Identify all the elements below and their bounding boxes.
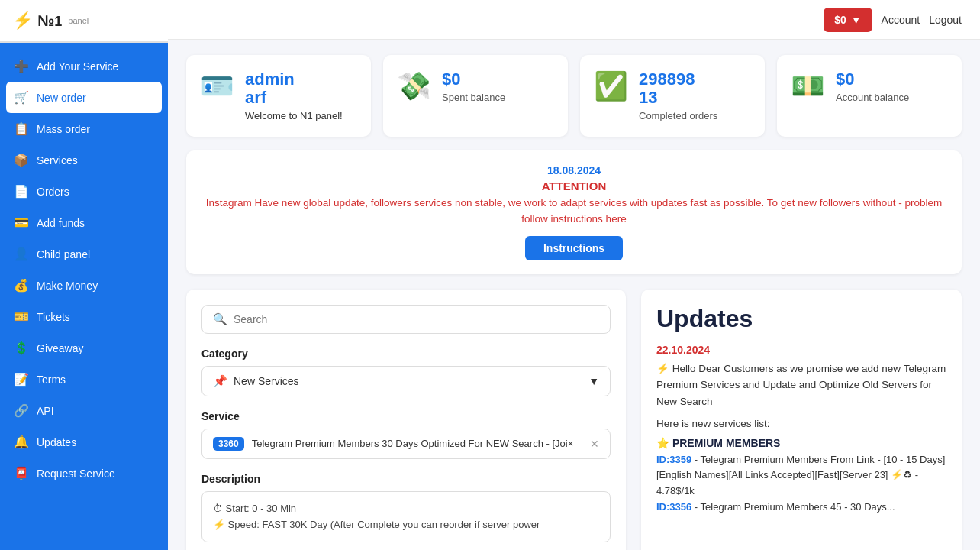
user-label: Welcome to N1 panel! [245,110,343,121]
main-content: $0 ▼ Account Logout 🪪 adminarf Welcome t… [168,0,980,550]
instructions-button[interactable]: Instructions [525,236,623,260]
category-value: New Services [234,375,299,387]
logout-link[interactable]: Logout [929,14,962,26]
spent-icon: 💸 [397,70,431,102]
order-form: 🔍 Category 📌 New Services ▼ Service 3360 [186,290,626,550]
balance-icon: 💵 [791,70,825,102]
description-group: Description ⏱ Start: 0 - 30 Min ⚡ Speed:… [201,473,611,543]
alert-title: ATTENTION [205,180,943,192]
sidebar-label-add-your-service: Add Your Service [37,60,118,73]
sidebar-item-mass-order[interactable]: 📋Mass order [0,113,168,144]
update-section: ⭐ PREMIUM MEMBERS [656,437,946,449]
sidebar-label-orders: Orders [37,186,69,198]
stat-user: 🪪 adminarf Welcome to N1 panel! [186,55,371,137]
child-panel-icon: 👤 [14,247,29,261]
user-value: adminarf [245,70,343,107]
stats-row: 🪪 adminarf Welcome to N1 panel! 💸 $0 Spe… [168,40,980,137]
sidebar-label-child-panel: Child panel [37,248,90,260]
sidebar-nav: ➕Add Your Service🛒New order📋Mass order📦S… [0,43,168,497]
make-money-icon: 💰 [14,278,29,293]
update-subtext: Here is new services list: [656,418,946,429]
sidebar-label-api: API [37,405,54,417]
spent-label: Spent balance [442,92,505,103]
search-box[interactable]: 🔍 [201,305,611,334]
logo: ⚡ №1 panel [0,0,168,43]
stat-orders: ✅ 29889813 Completed orders [580,55,765,137]
sidebar-item-new-order[interactable]: 🛒New order [6,82,162,113]
bolt-icon: ⚡ [12,11,33,31]
sidebar-item-api[interactable]: 🔗API [0,395,168,426]
add-your-service-icon: ➕ [14,59,29,73]
sidebar-label-new-order: New order [37,92,86,104]
tickets-icon: 🎫 [14,309,29,324]
service-group: Service 3360 Telegram Premium Members 30… [201,410,611,459]
sidebar: ⚡ №1 panel ➕Add Your Service🛒New order📋M… [0,0,168,550]
sidebar-item-tickets[interactable]: 🎫Tickets [0,301,168,332]
service-select[interactable]: 3360 Telegram Premium Members 30 Days Op… [201,429,611,459]
orders-label: Completed orders [639,110,717,121]
sidebar-label-tickets: Tickets [37,311,70,323]
pin-icon: 📌 [213,374,227,388]
services-icon: 📦 [14,153,29,167]
balance-value: $0 [834,14,846,26]
stat-balance: 💵 $0 Account balance [777,55,962,137]
orders-icon: 📄 [14,184,29,199]
topbar: $0 ▼ Account Logout [168,0,980,40]
sidebar-label-add-funds: Add funds [37,217,85,229]
balance-button[interactable]: $0 ▼ [824,8,872,32]
sidebar-item-add-your-service[interactable]: ➕Add Your Service [0,50,168,82]
desc-line1: ⏱ Start: 0 - 30 Min [213,501,599,517]
alert-date: 18.08.2024 [205,164,943,176]
logo-subtitle: panel [68,16,89,25]
service-close-icon[interactable]: ✕ [590,438,599,450]
update-item-1: ID:3356 - Telegram Premium Members 45 - … [656,500,946,516]
spent-value: $0 [442,70,505,89]
sidebar-item-updates[interactable]: 🔔Updates [0,426,168,458]
sidebar-item-giveaway[interactable]: 💲Giveaway [0,332,168,364]
api-icon: 🔗 [14,403,29,418]
service-text: Telegram Premium Members 30 Days Optimiz… [252,438,582,449]
category-select[interactable]: 📌 New Services ▼ [201,366,611,396]
alert-banner: 18.08.2024 ATTENTION Instagram Have new … [186,150,962,274]
giveaway-icon: 💲 [14,341,29,355]
sidebar-item-make-money[interactable]: 💰Make Money [0,270,168,301]
service-id: 3360 [213,437,244,451]
sidebar-label-request-service: Request Service [37,467,115,480]
add-funds-icon: 💳 [14,215,29,230]
category-group: Category 📌 New Services ▼ [201,348,611,396]
sidebar-label-services: Services [37,154,78,167]
orders-icon: ✅ [594,70,628,102]
account-link[interactable]: Account [882,14,920,26]
update-intro: ⚡ Hello Dear Customers as we promise we … [656,361,946,410]
balance-value: $0 [836,70,909,89]
chevron-icon: ▼ [588,375,599,387]
terms-icon: 📝 [14,372,29,387]
alert-text: Instagram Have new global update, follow… [205,196,943,227]
description-box: ⏱ Start: 0 - 30 Min ⚡ Speed: FAST 30K Da… [201,491,611,543]
sidebar-label-giveaway: Giveaway [37,342,83,354]
update-item-0: ID:3359 - Telegram Premium Members From … [656,452,946,500]
request-service-icon: 📮 [14,466,29,480]
sidebar-item-terms[interactable]: 📝Terms [0,364,168,395]
sidebar-item-services[interactable]: 📦Services [0,144,168,176]
sidebar-label-updates: Updates [37,436,76,448]
logo-text: №1 [37,12,62,30]
mass-order-icon: 📋 [14,121,29,136]
sidebar-item-child-panel[interactable]: 👤Child panel [0,238,168,270]
search-input[interactable] [234,313,599,325]
description-label: Description [201,473,611,485]
orders-value: 29889813 [639,70,717,107]
updates-icon: 🔔 [14,435,29,449]
sidebar-label-mass-order: Mass order [37,123,90,135]
update-date: 22.10.2024 [656,344,946,356]
sidebar-item-request-service[interactable]: 📮Request Service [0,458,168,489]
sidebar-label-terms: Terms [37,374,66,386]
desc-line2: ⚡ Speed: FAST 30K Day (After Complete yo… [213,517,599,533]
service-label: Service [201,410,611,422]
content-area: 🔍 Category 📌 New Services ▼ Service 3360 [168,274,980,550]
chevron-down-icon: ▼ [851,14,862,26]
sidebar-item-orders[interactable]: 📄Orders [0,176,168,207]
sidebar-item-add-funds[interactable]: 💳Add funds [0,207,168,238]
updates-title: Updates [656,305,946,333]
search-icon: 🔍 [213,312,227,326]
